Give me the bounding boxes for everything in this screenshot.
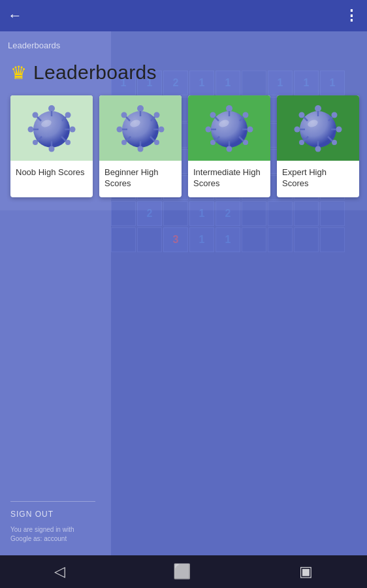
back-button[interactable]: ←: [8, 7, 22, 24]
sidebar-leaderboard-label: Leaderboards: [8, 39, 60, 51]
score-card-expert[interactable]: Expert High Scores: [277, 95, 359, 197]
mine-cell: [111, 227, 136, 252]
overflow-menu-button[interactable]: ⋮: [344, 7, 359, 24]
sign-out-button[interactable]: SIGN OUT: [10, 507, 54, 521]
leaderboard-title: Leaderboards: [33, 61, 157, 84]
sidebar-bottom-section: SIGN OUT You are signed in with Google a…: [0, 496, 104, 549]
bottom-nav-bar: ◁ ⬜ ▣: [0, 555, 367, 588]
crown-icon: ♛: [10, 62, 27, 84]
card-label: Noob High Scores: [10, 161, 93, 186]
svg-point-23: [159, 127, 165, 133]
score-card-intermediate[interactable]: Intermediate High Scores: [188, 95, 270, 197]
mine-sphere-icon: [292, 102, 344, 154]
svg-point-40: [206, 127, 212, 133]
score-card-beginner[interactable]: Beginner High Scores: [99, 95, 182, 197]
mine-cell: [294, 227, 319, 252]
svg-point-62: [315, 146, 321, 152]
svg-point-58: [295, 127, 300, 133]
score-card-noob[interactable]: Noob High Scores: [10, 95, 93, 197]
nav-home-button[interactable]: ⬜: [173, 563, 191, 580]
svg-point-19: [137, 105, 144, 112]
svg-point-1: [48, 105, 55, 112]
card-label: Expert High Scores: [277, 161, 359, 197]
svg-point-59: [336, 127, 342, 133]
mine-cell: [320, 227, 345, 252]
card-image: [10, 95, 93, 161]
svg-point-8: [49, 146, 55, 152]
signed-in-text: You are signed in with Google as: accoun…: [10, 525, 94, 544]
card-image: [188, 95, 270, 161]
mine-cell: 1: [215, 227, 240, 252]
svg-point-55: [315, 105, 321, 112]
svg-point-41: [247, 127, 253, 133]
card-label: Beginner High Scores: [99, 161, 182, 197]
svg-point-37: [226, 105, 232, 112]
mine-cell: 3: [163, 227, 188, 252]
mine-cell: [137, 227, 162, 252]
svg-point-5: [70, 127, 76, 133]
svg-point-26: [138, 146, 144, 152]
mine-cell: [268, 227, 293, 252]
nav-back-button[interactable]: ◁: [54, 563, 65, 580]
card-image: [99, 95, 182, 161]
score-cards-row: Noob High Scores: [10, 95, 357, 197]
card-label: Intermediate High Scores: [188, 161, 270, 197]
mine-sphere-icon: [114, 102, 167, 154]
svg-point-44: [227, 146, 232, 152]
divider: [10, 501, 95, 502]
card-image: [277, 95, 359, 161]
mine-cell: [242, 227, 266, 252]
svg-point-4: [28, 127, 34, 133]
mine-cell: 1: [189, 227, 214, 252]
leaderboard-panel: ♛ Leaderboards: [0, 31, 367, 210]
svg-point-22: [117, 127, 123, 133]
leaderboard-title-row: ♛ Leaderboards: [10, 61, 357, 84]
mine-sphere-icon: [203, 102, 255, 154]
mine-sphere-icon: [25, 102, 78, 154]
nav-recents-button[interactable]: ▣: [299, 563, 313, 580]
top-bar: ← ⋮: [0, 0, 367, 31]
